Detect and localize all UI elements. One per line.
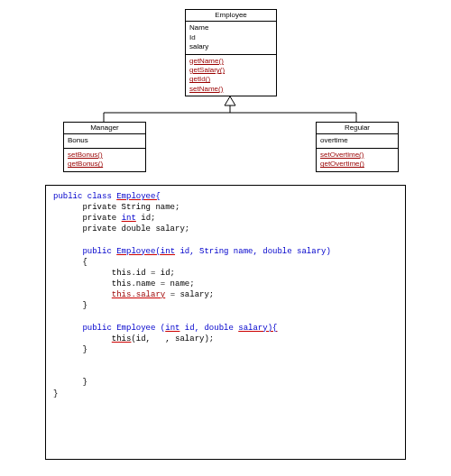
method: getName() — [189, 57, 272, 66]
method: setName() — [189, 85, 272, 94]
code-line: } — [53, 301, 87, 310]
code-token: (id, , salary); — [131, 334, 214, 343]
code-token — [53, 290, 112, 299]
code-token — [53, 334, 112, 343]
code-token: this.salary — [112, 290, 165, 299]
class-methods: setBonus() getBonus() — [64, 149, 145, 171]
code-line: } — [53, 345, 87, 354]
code-line: private double salary; — [53, 224, 189, 233]
svg-marker-0 — [225, 96, 235, 105]
code-token: Employee{ — [116, 192, 161, 201]
attr: salary — [189, 42, 272, 51]
code-token: public — [53, 247, 116, 256]
code-token: id; — [136, 214, 156, 223]
code-token: int — [165, 324, 179, 333]
code-token: private — [53, 214, 122, 223]
method: setOvertime() — [320, 151, 394, 160]
code-line: } — [53, 389, 58, 398]
code-token: this — [112, 334, 132, 343]
class-regular: Regular overtime setOvertime() getOverti… — [316, 122, 399, 172]
class-manager: Manager Bonus setBonus() getBonus() — [63, 122, 146, 172]
method: getBonus() — [68, 160, 142, 169]
code-token: salary){ — [238, 324, 277, 333]
code-line: { — [53, 258, 87, 267]
code-line: this.name = name; — [53, 279, 195, 288]
code-token: int — [122, 214, 136, 223]
class-title: Regular — [317, 123, 398, 134]
code-token: Employee( — [116, 247, 161, 256]
attr: Name — [189, 23, 272, 32]
code-line: this.id = id; — [53, 269, 175, 278]
code-line: } — [53, 378, 87, 387]
code-token: public class — [53, 192, 116, 201]
code-token: id, double — [179, 324, 238, 333]
class-title: Employee — [186, 10, 276, 22]
class-employee: Employee Name Id salary getName() getSal… — [185, 9, 277, 96]
code-token: id, String name, double salary) — [175, 247, 331, 256]
code-editor: public class Employee{ private String na… — [45, 185, 406, 460]
uml-diagram: Employee Name Id salary getName() getSal… — [9, 9, 442, 176]
class-title: Manager — [64, 123, 145, 134]
class-attrs: overtime — [317, 134, 398, 148]
attr: overtime — [320, 136, 394, 145]
code-token: = salary; — [165, 290, 214, 299]
class-attrs: Name Id salary — [186, 22, 276, 54]
class-methods: getName() getSalary() getId() setName() — [186, 55, 276, 96]
attr: Bonus — [68, 136, 142, 145]
code-token: int — [161, 247, 175, 256]
attr: Id — [189, 33, 272, 42]
class-methods: setOvertime() getOvertime() — [317, 149, 398, 171]
class-attrs: Bonus — [64, 134, 145, 148]
method: getSalary() — [189, 66, 272, 75]
method: getId() — [189, 75, 272, 84]
code-token: public Employee ( — [53, 324, 165, 333]
method: setBonus() — [68, 151, 142, 160]
method: getOvertime() — [320, 160, 394, 169]
code-line: private String name; — [53, 203, 179, 212]
